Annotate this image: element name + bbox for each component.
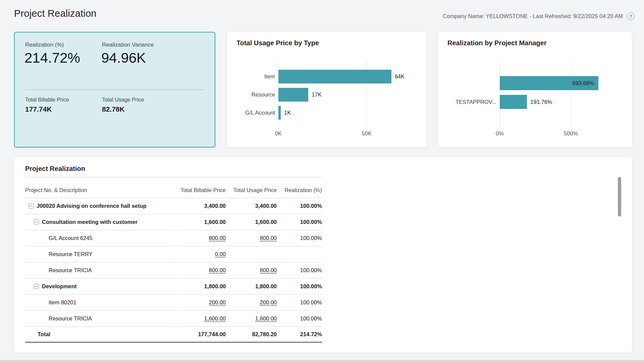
row-label: Resource TERRY: [49, 251, 93, 257]
bar-testapprov-[interactable]: [500, 95, 527, 109]
category-label: Resource: [227, 88, 275, 102]
billable-price-cell-value[interactable]: 1,600.00: [204, 315, 226, 321]
column-header-realization[interactable]: Realization (%): [277, 187, 322, 193]
realization-cell: 100.00%: [277, 219, 322, 225]
kpi-divider: [25, 89, 204, 90]
collapse-toggle-icon[interactable]: [34, 284, 39, 289]
dashboard-page: Project Realization Company Name: YELLOW…: [0, 0, 644, 362]
realization-cell-value: 100.00%: [300, 203, 322, 209]
x-axis-tick-label: 0K: [263, 130, 293, 137]
billable-price-cell: 0.00: [175, 251, 226, 257]
total-usage-cell-value: 82,780.20: [252, 331, 277, 337]
total-realization-cell: 214.72%: [277, 331, 322, 338]
row-divider-right: [177, 278, 322, 279]
billable-price-cell-value: 1,600.00: [204, 219, 226, 225]
billable-price-cell-value: 3,400.00: [204, 203, 226, 209]
table-row: Resource TERRY0.00: [25, 246, 322, 262]
billable-price-cell: 800.00: [175, 267, 226, 274]
row-divider-left: [25, 278, 175, 279]
bar-g-l-account[interactable]: [278, 106, 281, 120]
kpi-label-realization-pct: Realization (%): [25, 42, 64, 48]
billable-price-cell-value[interactable]: 800.00: [209, 267, 226, 273]
bar-value-label: 693.68%: [500, 76, 594, 90]
collapse-toggle-icon[interactable]: [29, 203, 34, 208]
collapse-toggle-icon[interactable]: [34, 220, 39, 225]
billable-price-cell: 800.00: [175, 235, 226, 241]
kpi-summary-card[interactable]: Realization (%) 214.72% Realization Vari…: [14, 32, 215, 147]
row-divider-right: [177, 294, 322, 295]
table-row: G/L Account 6245800.00800.00100.00%: [25, 230, 322, 246]
bar-value-label: 64K: [395, 70, 405, 83]
billable-price-cell-value: 1,800.00: [204, 283, 226, 289]
table-row: Consultation meeting with customer1,600.…: [25, 214, 322, 230]
row-description: Total: [25, 331, 175, 338]
x-axis-tick-label: 50K: [352, 130, 382, 137]
row-divider-left: [25, 326, 175, 327]
column-header-usage[interactable]: Total Usage Price: [226, 187, 277, 193]
row-label: Consultation meeting with customer: [42, 219, 138, 225]
row-divider-left: [25, 198, 175, 198]
realization-cell: 100.00%: [277, 299, 322, 306]
billable-price-cell-value[interactable]: 0.00: [215, 251, 226, 257]
row-divider-left: [25, 294, 175, 295]
kpi-value-total-usage: 82.78K: [102, 105, 125, 113]
realization-cell-value: 100.00%: [300, 219, 322, 225]
column-header-billable[interactable]: Total Billable Price: [175, 187, 226, 193]
usage-price-cell: 3,400.00: [226, 203, 277, 209]
row-divider-left: [25, 310, 175, 311]
row-divider-right: [177, 326, 322, 327]
usage-price-cell-value[interactable]: 200.00: [260, 299, 277, 305]
page-horizontal-scrollbar[interactable]: [0, 360, 644, 362]
table-row: Resource TRICIA800.00800.00100.00%: [25, 262, 322, 278]
table-title: Project Realization: [25, 165, 322, 174]
row-label: Item 80201: [49, 299, 76, 306]
table-row: Item 80201200.00200.00100.00%: [25, 294, 322, 310]
bar-value-label: 17K: [312, 88, 321, 102]
realization-cell: 100.00%: [277, 203, 322, 209]
realization-by-pm-chart-card: Realization by Project Manager 0%500%693…: [438, 32, 632, 147]
gridline: [571, 60, 571, 130]
row-divider-left: [25, 262, 175, 262]
usage-price-cell-value[interactable]: 800.00: [260, 235, 277, 241]
project-realization-matrix: Project Realization Project No. & Descri…: [25, 165, 322, 343]
usage-price-cell-value[interactable]: 800.00: [260, 267, 277, 273]
row-divider-left: [25, 230, 175, 230]
bar-resource[interactable]: [278, 88, 308, 102]
row-label: G/L Account 6245: [49, 235, 93, 241]
usage-price-cell: 200.00: [226, 299, 277, 306]
usage-price-cell: 1,800.00: [226, 283, 277, 290]
usage-price-cell-value[interactable]: 1,600.00: [255, 315, 277, 321]
company-refresh-info: Company Name: YELLOWSTONE - Last Refresh…: [443, 13, 623, 19]
usage-price-cell: 1,600.00: [226, 219, 277, 225]
help-icon[interactable]: ?: [627, 12, 635, 20]
realization-cell: 100.00%: [277, 235, 322, 241]
row-divider-right: [177, 310, 322, 311]
billable-price-cell: 200.00: [175, 299, 226, 306]
usage-price-cell-value: 1,800.00: [255, 283, 277, 289]
billable-price-cell-value[interactable]: 200.00: [209, 299, 226, 305]
row-description: G/L Account 6245: [25, 235, 175, 241]
billable-price-cell: 1,800.00: [175, 283, 226, 290]
kpi-value-realization-variance: 94.96K: [101, 50, 146, 66]
table-total-row: Total177,744.0082,780.20214.72%: [25, 326, 322, 343]
billable-price-cell: 1,600.00: [175, 315, 226, 322]
row-label: Resource TRICIA: [49, 267, 92, 274]
usage-chart-plot: 0K50KItem64KResource17KG/L Account1K: [227, 32, 427, 147]
project-realization-table-card: Project Realization Project No. & Descri…: [14, 157, 632, 353]
usage-price-cell: 800.00: [226, 267, 277, 274]
header-right: Company Name: YELLOWSTONE - Last Refresh…: [443, 12, 635, 20]
billable-price-cell-value[interactable]: 800.00: [209, 235, 226, 241]
table-header-row: Project No. & DescriptionTotal Billable …: [25, 177, 322, 198]
bar-value-label: 1K: [284, 106, 291, 120]
usage-price-by-type-chart-card: Total Usage Price by Type 0K50KItem64KRe…: [227, 32, 427, 147]
usage-price-cell-value: 3,400.00: [255, 203, 277, 209]
bar-item[interactable]: [278, 70, 391, 83]
billable-price-cell: 3,400.00: [175, 203, 226, 209]
kpi-value-realization-pct: 214.72%: [24, 50, 80, 66]
row-description: Resource TRICIA: [25, 315, 175, 322]
row-description: Development: [25, 283, 175, 290]
table-row: Resource TRICIA1,600.001,600.00100.00%: [25, 310, 322, 326]
column-header-description[interactable]: Project No. & Description: [25, 187, 175, 193]
billable-price-cell: 1,600.00: [175, 219, 226, 225]
table-vertical-scrollbar[interactable]: [618, 177, 621, 217]
